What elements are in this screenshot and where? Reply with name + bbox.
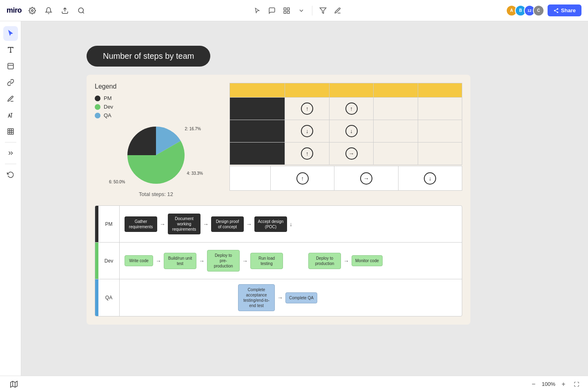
step-write-code: Write code (125, 255, 153, 266)
zoom-level: 100% (542, 381, 555, 387)
sidebar-item-more[interactable] (3, 146, 18, 160)
legend-dot-qa (95, 113, 100, 118)
lane-label-pm: PM (95, 206, 120, 242)
lane-color-bar-qa (95, 279, 98, 316)
lane-label-dev: Dev (95, 243, 120, 279)
arrow-2: → (203, 221, 209, 227)
arrow-3: → (246, 221, 252, 227)
legend-item-dev: Dev (95, 104, 217, 110)
arrow-up-icon-1: ↑ (301, 102, 313, 115)
zoom-minus-button[interactable]: − (529, 379, 539, 389)
svg-point-0 (31, 9, 33, 11)
svg-rect-5 (284, 11, 286, 13)
lane-color-bar-dev (95, 243, 98, 279)
zoom-plus-button[interactable]: + (559, 379, 568, 389)
arrow-1: → (160, 221, 165, 227)
sidebar-item-sticky[interactable] (3, 59, 18, 74)
bottom-grid-cell-2: → (334, 166, 398, 191)
legend-label-qa: QA (104, 112, 111, 118)
step-deploy-preprod: Deploy to pre-production (207, 250, 240, 272)
sidebar-item-frame[interactable] (3, 124, 18, 139)
bottom-grid-row: ↑ → ↓ (230, 166, 462, 191)
sidebar (0, 21, 21, 392)
arrow-right-icon-bottom: → (360, 172, 372, 185)
step-grid: ↑ ↑ ↓ (229, 83, 462, 165)
grid-row-1: ↑ ↑ (230, 98, 462, 120)
share-button[interactable]: Share (548, 4, 581, 16)
grid-cell (418, 143, 462, 165)
svg-marker-7 (320, 8, 326, 13)
canvas: Number of steps by team Legend PM Dev (21, 21, 588, 376)
sidebar-item-select[interactable] (3, 26, 18, 41)
pie-label-qa: 2: 16.7% (185, 127, 201, 131)
gear-icon[interactable] (27, 5, 38, 16)
pie-svg (123, 122, 189, 188)
legend-dot-dev (95, 104, 100, 110)
svg-rect-3 (284, 8, 286, 10)
chart-title: Number of steps by team (87, 46, 210, 67)
grid-cell (374, 143, 418, 165)
grid-cell: ↑ (329, 98, 373, 120)
bottom-grid-cell-0 (230, 166, 271, 191)
grid-cell (374, 98, 418, 120)
sidebar-item-undo[interactable] (3, 167, 18, 182)
pie-chart: 2: 16.7% 6: 50.0% 4: 33.3% (107, 122, 205, 188)
sidebar-divider (5, 142, 16, 143)
grid-cell (418, 120, 462, 143)
lane-content-dev: Write code → Build/run unit test → Deplo… (120, 243, 462, 279)
arrow-up-icon-2: ↑ (345, 102, 358, 115)
svg-point-1 (78, 8, 83, 13)
toolbar: miro (0, 0, 588, 21)
bell-icon[interactable] (43, 5, 54, 16)
sidebar-divider-2 (5, 164, 16, 164)
sidebar-item-link[interactable] (3, 75, 18, 90)
grid-view-icon[interactable] (280, 4, 293, 17)
arrow-5: → (156, 258, 161, 264)
cursor-icon[interactable] (251, 4, 264, 17)
arrow-8: → (343, 258, 349, 264)
arrow-6: → (199, 258, 205, 264)
sidebar-item-pen[interactable] (3, 91, 18, 106)
sidebar-item-text[interactable] (3, 42, 18, 57)
legend-item-qa: QA (95, 112, 217, 118)
lane-content-qa: Complete acceptance testing/end-to-end t… (120, 279, 462, 316)
lane-content-pm: Gather requirements → Document working r… (120, 206, 462, 242)
grid-section: ↑ ↑ ↓ (229, 83, 462, 191)
bottom-bar: − 100% + (0, 376, 588, 392)
grid-row-2: ↓ ↓ (230, 120, 462, 143)
step-monitor-code: Monitor code (352, 255, 383, 266)
search-icon[interactable] (76, 5, 87, 16)
lane-label-qa: QA (95, 279, 120, 316)
upload-icon[interactable] (59, 5, 71, 16)
grid-cell: ↓ (285, 120, 329, 143)
svg-rect-4 (287, 8, 290, 10)
lane-color-bar-pm (95, 206, 98, 242)
grid-cell: → (329, 143, 373, 165)
toolbar-left: miro (7, 5, 87, 16)
swimlane-row-dev: Dev Write code → Build/run unit test → D… (95, 243, 462, 279)
sidebar-item-text-style[interactable] (3, 108, 18, 122)
arrow-down-icon-2: ↓ (345, 125, 358, 137)
arrow-down-icon-1: ↓ (301, 125, 313, 137)
chevron-down-icon[interactable] (295, 4, 308, 17)
bottom-grid: ↑ → ↓ (229, 166, 462, 191)
step-accept-design: Accept design (POC) (254, 216, 287, 232)
grid-header-row (230, 83, 462, 98)
grid-cell: ↑ (285, 143, 329, 165)
legend-label-pm: PM (104, 95, 112, 101)
arrow-up-icon-bottom: ↑ (296, 172, 309, 185)
comment-icon[interactable] (265, 4, 278, 17)
top-section: Legend PM Dev QA (95, 83, 462, 197)
pie-label-pm: 4: 33.3% (187, 171, 203, 176)
legend-title: Legend (95, 83, 217, 90)
grid-cell: ↑ (285, 98, 329, 120)
swimlane-row-qa: QA Complete acceptance testing/end-to-en… (95, 279, 462, 316)
legend-label-dev: Dev (104, 104, 113, 110)
step-build-unit-test: Build/run unit test (164, 253, 196, 269)
total-steps: Total steps: 12 (95, 191, 217, 197)
map-icon[interactable] (7, 377, 21, 392)
magic-pen-icon[interactable] (331, 4, 344, 17)
filter-icon[interactable] (316, 4, 330, 17)
fullscreen-icon[interactable] (572, 379, 581, 389)
svg-line-2 (83, 12, 84, 13)
